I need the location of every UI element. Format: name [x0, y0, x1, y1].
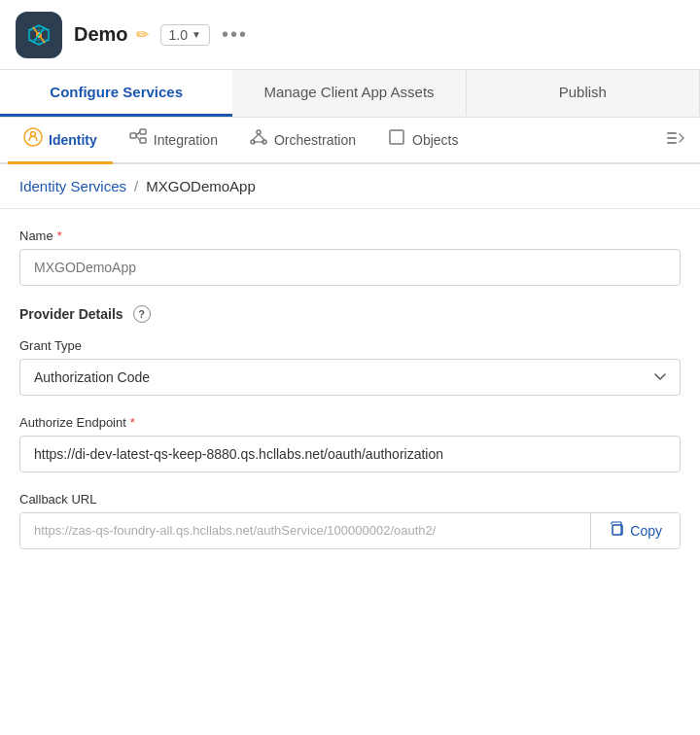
name-label: Name *: [19, 228, 681, 243]
svg-rect-7: [140, 138, 146, 143]
edit-icon[interactable]: ✏: [136, 25, 149, 44]
breadcrumb-separator: /: [134, 178, 138, 194]
authorize-endpoint-input[interactable]: [19, 436, 681, 472]
version-selector[interactable]: 1.0 ▼: [160, 24, 210, 46]
svg-rect-19: [667, 142, 677, 144]
svg-rect-5: [130, 133, 136, 138]
copy-icon: [609, 521, 624, 541]
sub-tabs: Identity Integration Orchestratio: [0, 118, 700, 164]
grant-type-select[interactable]: Authorization Code Implicit Client Crede…: [19, 359, 681, 396]
name-input[interactable]: [19, 249, 681, 286]
sub-tab-identity[interactable]: Identity: [8, 118, 113, 164]
breadcrumb-parent[interactable]: Identity Services: [19, 178, 126, 194]
tab-manage-client-app-assets[interactable]: Manage Client App Assets: [232, 70, 466, 117]
provider-details-title: Provider Details ?: [19, 305, 681, 323]
sub-tab-orchestration-label: Orchestration: [274, 132, 356, 148]
name-required-star: *: [57, 228, 62, 243]
svg-line-9: [136, 136, 140, 141]
form-area: Name * Provider Details ? Grant Type Aut…: [0, 209, 700, 588]
authorize-endpoint-field-group: Authorize Endpoint *: [19, 415, 681, 472]
svg-line-14: [259, 134, 264, 140]
sub-tab-orchestration[interactable]: Orchestration: [233, 118, 371, 164]
identity-icon: [23, 127, 43, 152]
sub-tab-identity-label: Identity: [49, 132, 97, 148]
authorize-endpoint-label: Authorize Endpoint *: [19, 415, 681, 430]
callback-url-label: Callback URL: [19, 492, 681, 507]
sub-tab-objects[interactable]: Objects: [371, 118, 473, 164]
app-header: Demo ✏ 1.0 ▼ •••: [0, 0, 700, 70]
version-label: 1.0: [169, 27, 188, 43]
copy-button-label: Copy: [630, 523, 662, 539]
tab-configure-services[interactable]: Configure Services: [0, 70, 232, 117]
svg-rect-18: [667, 137, 677, 139]
svg-point-10: [257, 130, 261, 134]
content-area: Identity Services / MXGODemoApp Name * P…: [0, 164, 700, 588]
objects-icon: [387, 127, 406, 152]
grant-type-field-group: Grant Type Authorization Code Implicit C…: [19, 338, 681, 396]
name-field-group: Name *: [19, 228, 681, 286]
tab-publish[interactable]: Publish: [467, 70, 700, 117]
app-logo: [16, 12, 62, 58]
provider-help-icon[interactable]: ?: [133, 305, 151, 323]
breadcrumb: Identity Services / MXGODemoApp: [0, 164, 700, 209]
svg-rect-16: [390, 130, 403, 144]
app-title: Demo: [74, 23, 128, 46]
callback-url-field-group: Callback URL https://zas-qs-foundry-all.…: [19, 492, 681, 549]
main-tabs: Configure Services Manage Client App Ass…: [0, 70, 700, 118]
orchestration-icon: [249, 127, 268, 152]
sub-tab-integration[interactable]: Integration: [113, 118, 233, 164]
copy-button[interactable]: Copy: [590, 513, 680, 548]
authorize-endpoint-required-star: *: [130, 415, 135, 430]
integration-icon: [128, 127, 148, 152]
svg-line-13: [253, 134, 259, 140]
svg-rect-6: [140, 129, 146, 134]
version-caret: ▼: [192, 29, 201, 40]
sub-tab-objects-label: Objects: [412, 132, 458, 148]
callback-url-value: https://zas-qs-foundry-all.qs.hcllabs.ne…: [20, 513, 590, 548]
more-options-icon[interactable]: •••: [222, 23, 248, 46]
sub-tab-integration-label: Integration: [154, 132, 218, 148]
sub-tabs-more[interactable]: [659, 122, 692, 158]
svg-point-4: [31, 132, 36, 137]
grant-type-label: Grant Type: [19, 338, 681, 353]
breadcrumb-current: MXGODemoApp: [146, 178, 256, 194]
svg-rect-17: [667, 132, 677, 134]
callback-row: https://zas-qs-foundry-all.qs.hcllabs.ne…: [19, 512, 681, 549]
